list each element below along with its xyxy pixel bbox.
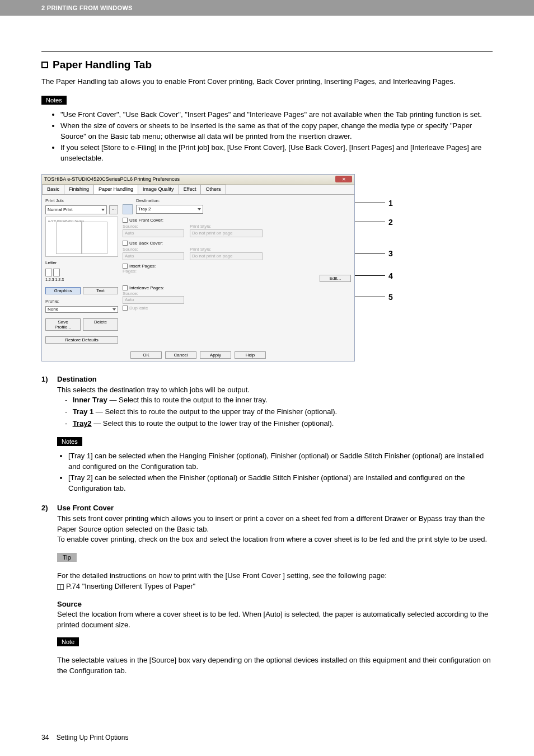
preview-area: e-STUDIO4520C Series: [45, 217, 118, 257]
delete-button[interactable]: Delete: [83, 318, 118, 331]
note-label-3: Note: [57, 637, 79, 646]
close-icon[interactable]: ✕: [335, 176, 352, 182]
option-tray1: - Tray 1 — Select this to route the outp…: [65, 407, 493, 417]
interleave-title: Interleave Pages:: [129, 285, 164, 290]
destination-label: Destination:: [136, 198, 351, 203]
restore-defaults-button[interactable]: Restore Defaults: [45, 336, 118, 344]
callout-5: 5: [388, 293, 393, 302]
note3-paragraph: The selectable values in the [Source] bo…: [57, 655, 493, 677]
destination-value: Tray 2: [138, 206, 151, 212]
profile-dropdown[interactable]: None: [45, 306, 118, 313]
profile-value: None: [48, 307, 58, 312]
front-source-label: Source:: [123, 224, 184, 229]
source-heading: Source: [57, 600, 493, 608]
save-profile-button[interactable]: Save Profile...: [45, 318, 81, 331]
insert-pages-checkbox[interactable]: [123, 264, 128, 269]
print-job-aux-button[interactable]: …: [109, 205, 118, 214]
use-front-cover-group: Use Front Cover: Source: Auto Print Styl…: [123, 218, 351, 237]
front-printstyle-label: Print Style:: [190, 224, 263, 229]
dialog-tabs: Basic Finishing Paper Handling Image Qua…: [42, 185, 354, 195]
item-p1: This sets front cover printing which all…: [57, 514, 485, 533]
note-item: [Tray 1] can be selected when the Hangin…: [68, 450, 493, 472]
tab-others[interactable]: Others: [200, 185, 226, 194]
insert-edit-button[interactable]: Edit...: [320, 275, 351, 282]
tab-image-quality[interactable]: Image Quality: [138, 185, 179, 194]
interleave-checkbox[interactable]: [123, 285, 128, 290]
option-tray2: - Tray2 — Select this to route the outpu…: [65, 419, 493, 429]
section-intro: The Paper Handling tab allows you to ena…: [41, 77, 493, 87]
tip-line2: P.74 "Inserting Different Types of Paper…: [66, 582, 195, 590]
insert-pages-group: Insert Pages: Pages: Edit...: [123, 264, 351, 282]
item-number: 1): [41, 374, 48, 385]
tip-line1: For the detailed instructions on how to …: [57, 571, 493, 581]
back-printstyle-dropdown[interactable]: Do not print on page: [190, 252, 263, 260]
text-button[interactable]: Text: [83, 287, 118, 294]
page-icons-row: [45, 269, 118, 276]
chevron-down-icon: [101, 209, 105, 211]
print-job-dropdown[interactable]: Normal Print: [45, 205, 107, 214]
insert-pages-label: Pages:: [123, 269, 351, 274]
page-footer: 34 Setting Up Print Options: [41, 734, 128, 741]
chapter-header: 2 PRINTING FROM WINDOWS: [0, 0, 534, 16]
note-item: If you select [Store to e-Filing] in the…: [60, 142, 493, 164]
graphics-button[interactable]: Graphics: [45, 287, 81, 294]
back-source-label: Source:: [123, 247, 184, 252]
chevron-down-icon: [113, 308, 116, 311]
front-source-dropdown[interactable]: Auto: [123, 229, 184, 237]
apply-button[interactable]: Apply: [200, 351, 231, 359]
tab-paper-handling[interactable]: Paper Handling: [93, 185, 138, 194]
cancel-button[interactable]: Cancel: [165, 351, 196, 359]
front-cover-title: Use Front Cover:: [129, 218, 163, 223]
chevron-down-icon: [198, 208, 201, 210]
page-icons-sub: 1.2.3 1.2.3: [45, 278, 118, 281]
footer-title: Setting Up Print Options: [57, 734, 129, 741]
destination-dropdown[interactable]: Tray 2: [136, 205, 203, 214]
duplicate-label: Duplicate: [129, 306, 148, 311]
tab-effect[interactable]: Effect: [179, 185, 202, 194]
callout-3: 3: [388, 249, 393, 258]
interleave-source-dropdown[interactable]: Auto: [123, 296, 184, 304]
dialog-footer: OK Cancel Apply Help: [42, 351, 354, 359]
print-job-value: Normal Print: [48, 207, 72, 212]
profile-label: Profile:: [45, 299, 118, 304]
print-job-label: Print Job:: [45, 198, 118, 203]
duplicate-checkbox[interactable]: [123, 306, 128, 311]
dialog-titlebar: TOSHIBA e-STUDIO4520CSeriesPCL6 Printing…: [42, 175, 354, 185]
notes-label-2: Notes: [57, 437, 82, 446]
back-cover-title: Use Back Cover:: [129, 241, 163, 246]
page-icon: [45, 269, 52, 276]
section-heading: Paper Handling Tab: [41, 59, 493, 71]
front-cover-checkbox[interactable]: [123, 218, 128, 223]
callout-1: 1: [388, 199, 393, 208]
use-back-cover-group: Use Back Cover: Source: Auto Print Style…: [123, 241, 351, 260]
back-cover-checkbox[interactable]: [123, 241, 128, 246]
front-printstyle-dropdown[interactable]: Do not print on page: [190, 229, 263, 237]
notes-list-1: "Use Front Cover", "Use Back Cover", "In…: [41, 109, 493, 164]
back-source-dropdown[interactable]: Auto: [123, 252, 184, 260]
tray-icon: [123, 204, 133, 214]
dialog-figure: TOSHIBA e-STUDIO4520CSeriesPCL6 Printing…: [41, 174, 394, 364]
item-term: Use Front Cover: [57, 504, 114, 512]
item-destination: 1) Destination This selects the destinat…: [41, 374, 493, 429]
note-item: "Use Front Cover", "Use Back Cover", "In…: [60, 109, 493, 120]
chapter-header-text: 2 PRINTING FROM WINDOWS: [41, 4, 133, 11]
notes-label: Notes: [41, 96, 67, 105]
page-icon: [53, 269, 60, 276]
help-button[interactable]: Help: [235, 351, 266, 359]
tray2-link[interactable]: Tray2: [73, 419, 92, 428]
back-printstyle-label: Print Style:: [190, 247, 263, 252]
item-term: Destination: [57, 375, 97, 383]
note-item: [Tray 2] can be selected when the Finish…: [68, 472, 493, 494]
page-number: 34: [41, 734, 49, 741]
item-p2: To enable cover printing, check on the b…: [57, 535, 487, 543]
item-desc: This selects the destination tray to whi…: [57, 386, 250, 394]
printing-preferences-dialog: TOSHIBA e-STUDIO4520CSeriesPCL6 Printing…: [41, 174, 355, 361]
note-item: When the size of covers or sheets to be …: [60, 120, 493, 142]
callout-2: 2: [388, 218, 393, 227]
item-number: 2): [41, 503, 48, 514]
insert-pages-title: Insert Pages:: [129, 264, 156, 269]
ok-button[interactable]: OK: [130, 351, 162, 359]
tab-finishing[interactable]: Finishing: [64, 185, 94, 194]
tab-basic[interactable]: Basic: [42, 185, 64, 194]
interleave-pages-group: Interleave Pages: Source: Auto Duplicate: [123, 285, 351, 311]
